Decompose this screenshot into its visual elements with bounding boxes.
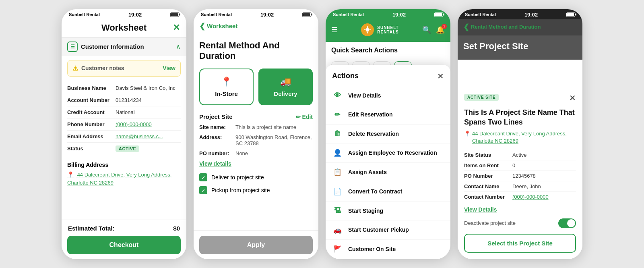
- select-project-site-button[interactable]: Select this Project Site: [464, 234, 576, 253]
- apply-button[interactable]: Apply: [199, 236, 313, 254]
- project-site-header: Project Site ✏ Edit: [199, 113, 313, 120]
- checkout-button[interactable]: Checkout: [67, 236, 181, 254]
- battery-icon: [566, 12, 575, 17]
- table-row: Business Name Davis Steel & Iron Co, Inc: [67, 82, 181, 94]
- ps-address-text: 44 Dalecreant Drive, Very Long Address, …: [472, 130, 576, 145]
- ps-card-close-button[interactable]: ✕: [569, 93, 576, 103]
- battery-icon: [302, 12, 311, 17]
- po-number-row: PO number: None: [199, 150, 313, 156]
- screen2-back-button[interactable]: ❮ Worksheet: [199, 22, 237, 31]
- screen4-status-bar: Sunbelt Rental 19:02: [458, 9, 582, 19]
- screen4-phone: Sunbelt Rental 19:02 ❮ Rental Method and…: [458, 9, 582, 259]
- business-name-label: Business Name: [67, 85, 116, 91]
- pickup-label: Pickup from project site: [211, 187, 270, 193]
- ps-address-link[interactable]: 📍 44 Dalecreant Drive, Very Long Address…: [464, 130, 576, 145]
- address-row: Address: 900 Washington Road, Florence, …: [199, 134, 313, 146]
- location-pin-icon: 📍: [67, 171, 74, 178]
- hamburger-icon[interactable]: ☰: [331, 25, 338, 34]
- credit-account-value: National: [116, 109, 135, 115]
- staging-icon: 🏗: [332, 207, 343, 215]
- action-convert-contract[interactable]: 📄 Convert To Contract: [326, 182, 450, 202]
- screen2-battery: [302, 12, 311, 17]
- customer-info-section-header: ☰ Customer Information ∧: [62, 37, 186, 56]
- bell-icon[interactable]: 🔔 1: [436, 25, 445, 34]
- site-status-value: Active: [512, 152, 526, 158]
- customer-info-header-left: ☰ Customer Information: [67, 42, 144, 52]
- action-assign-assets[interactable]: 📋 Assign Assets: [326, 163, 450, 182]
- customer-notes-view-button[interactable]: View: [163, 65, 175, 71]
- action-assign-employee[interactable]: 👤 Assign Employee To Reservation: [326, 143, 450, 163]
- screen4-back-button[interactable]: ❮ Rental Method and Duration: [463, 23, 577, 31]
- screen1-title: Worksheet: [101, 23, 147, 33]
- action-edit-reservation[interactable]: ✏ Edit Reservation: [326, 105, 450, 125]
- screen1-phone: Sunbelt Rental 19:02 Worksheet ✕ ☰ Custo…: [62, 9, 186, 259]
- contact-number-value[interactable]: (000)-000-0000: [512, 194, 549, 200]
- billing-address-link[interactable]: 📍 44 Dalecreant Drive, Very Long Address…: [67, 170, 181, 187]
- deliver-label: Deliver to project site: [211, 174, 264, 181]
- billing-title: Billing Address: [67, 162, 181, 168]
- action-assign-assets-label: Assign Assets: [348, 169, 387, 175]
- svg-point-0: [366, 28, 369, 31]
- deliver-checkbox[interactable]: ✓: [199, 173, 207, 181]
- table-row: Credit Account National: [67, 106, 181, 118]
- phone-number-value[interactable]: (000)-000-0000: [116, 121, 152, 127]
- screen2-status-bar: Sunbelt Rental 19:02: [194, 9, 318, 19]
- search-icon[interactable]: 🔍: [422, 25, 431, 34]
- action-view-details[interactable]: 👁 View Details: [326, 86, 450, 105]
- screen1-carrier: Sunbelt Rental: [69, 12, 100, 17]
- screen4-back-area: ❮ Rental Method and Duration: [458, 19, 582, 35]
- table-row: Items on Rent 0: [464, 160, 576, 171]
- flag-icon: 🚩: [332, 245, 343, 253]
- items-on-rent-value: 0: [512, 162, 515, 168]
- screen1-close-button[interactable]: ✕: [173, 23, 180, 33]
- deactivate-toggle[interactable]: [558, 218, 576, 228]
- chevron-left-icon: ❮: [463, 23, 469, 31]
- pickup-checkbox[interactable]: ✓: [199, 186, 207, 194]
- status-badge: ACTIVE: [116, 145, 139, 152]
- edit-project-site-button[interactable]: ✏ Edit: [296, 114, 313, 120]
- actions-header: Actions ✕: [326, 71, 450, 86]
- action-customer-on-site[interactable]: 🚩 Customer On Site: [326, 240, 450, 259]
- estimated-total-row: Estimated Total: $0: [67, 225, 181, 232]
- contact-number-label: Contact Number: [464, 194, 512, 200]
- po-number-value: 12345678: [512, 173, 536, 179]
- ps-card-title: This Is A Project Site Name That Spans T…: [464, 108, 576, 127]
- action-start-pickup[interactable]: 🚗 Start Customer Pickup: [326, 220, 450, 240]
- screen4-page-title: Set Project Site: [463, 41, 577, 52]
- table-row: PO Number 12345678: [464, 171, 576, 181]
- screen2-carrier: Sunbelt Rental: [201, 12, 232, 17]
- phone-number-label: Phone Number: [67, 121, 116, 127]
- screen1-battery: [170, 12, 179, 17]
- delivery-icon: 🚚: [280, 77, 291, 87]
- deliver-checkbox-row: ✓ Deliver to project site: [199, 173, 313, 181]
- battery-icon: [170, 12, 179, 17]
- actions-overlay: Actions ✕ 👁 View Details ✏ Edit Reservat…: [326, 65, 450, 259]
- table-row: Email Address name@business.c...: [67, 131, 181, 143]
- view-details-link[interactable]: View details: [199, 160, 313, 167]
- screen3-carrier: Sunbelt Rental: [333, 12, 364, 17]
- delivery-button[interactable]: 🚚 Delivery: [258, 69, 313, 105]
- address-label: Address:: [199, 134, 235, 146]
- instore-button[interactable]: 📍 In-Store: [199, 69, 254, 105]
- table-row: Site Status Active: [464, 150, 576, 160]
- action-delete-reservation[interactable]: 🗑 Delete Reservation: [326, 125, 450, 143]
- screen4-battery: [566, 12, 575, 17]
- email-address-value[interactable]: name@business.c...: [116, 133, 163, 139]
- screen1-status-bar: Sunbelt Rental 19:02: [62, 9, 186, 19]
- action-start-staging[interactable]: 🏗 Start Staging: [326, 202, 450, 220]
- actions-title: Actions: [332, 72, 359, 80]
- screen4-back-label: Rental Method and Duration: [471, 24, 541, 30]
- customer-info-chevron-up-icon[interactable]: ∧: [176, 43, 181, 50]
- contact-name-value: Deere, John: [512, 183, 541, 189]
- actions-close-button[interactable]: ✕: [437, 71, 444, 81]
- customer-notes-label: Customer notes: [81, 65, 124, 71]
- ps-view-details-link[interactable]: View Details: [464, 206, 576, 213]
- screen4-title-area: Set Project Site: [458, 35, 582, 60]
- action-view-details-label: View Details: [348, 92, 381, 99]
- active-site-badge: ACTIVE SITE: [464, 94, 499, 101]
- sunbelt-sub: RENTALS: [377, 30, 398, 34]
- edit-label: Edit: [302, 114, 313, 120]
- project-site-section: Project Site ✏ Edit Site name: This is a…: [199, 113, 313, 194]
- sunbelt-logo: SUNBELT RENTALS: [361, 23, 398, 36]
- screen3-time: 19:02: [392, 12, 406, 18]
